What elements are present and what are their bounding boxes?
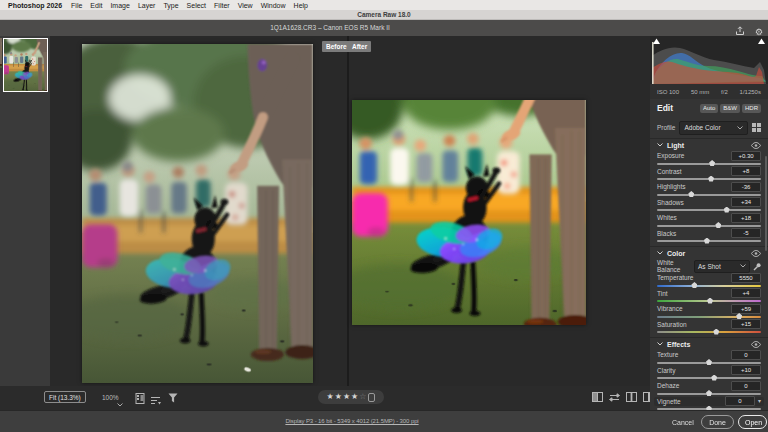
slider-track[interactable] [657,362,761,364]
slider-label: Contrast [657,168,728,175]
filmstrip-prev-thumb[interactable] [0,38,2,68]
slider-thumb[interactable] [706,390,712,396]
slider-thumb[interactable] [715,222,721,228]
before-image[interactable] [82,44,313,383]
menubar: Photoshop 2026 FileEditImageLayerTypeSel… [0,0,768,10]
slider-track[interactable] [657,209,761,211]
split-handle-button[interactable] [626,392,637,402]
slider-value[interactable]: +4 [731,288,761,298]
slider-track[interactable] [657,331,761,333]
menu-select[interactable]: Select [187,2,206,9]
histogram[interactable] [650,36,768,84]
slider-value[interactable]: 0 [731,350,761,360]
menu-edit[interactable]: Edit [90,2,102,9]
zoom-dropdown-button[interactable] [117,395,123,410]
slider-track[interactable] [657,240,761,242]
slider-thumb[interactable] [711,375,717,381]
zoom-fit-button[interactable]: Fit (13.3%) [44,391,86,403]
menu-image[interactable]: Image [110,2,129,9]
slider-track[interactable] [657,285,761,287]
slider-blacks: Blacks -5 [657,229,761,243]
slider-track[interactable] [657,178,761,180]
menu-view[interactable]: View [238,2,253,9]
slider-value[interactable]: 0 [725,396,755,406]
star-5[interactable]: ☆ [359,393,366,401]
slider-track[interactable] [657,300,761,302]
flag-icon[interactable] [368,393,375,402]
slider-thumb[interactable] [691,282,697,288]
swap-before-after-button[interactable] [609,393,620,402]
section-light: Light Exposure +0.30 Contrast +8 Highlig… [650,138,768,246]
section-header[interactable]: Effects [657,338,761,350]
split-view-button[interactable] [592,392,603,402]
profile-select[interactable]: Adobe Color [679,121,748,135]
export-button[interactable] [735,26,745,36]
mode-button-bw[interactable]: B&W [720,104,740,113]
slider-thumb[interactable] [713,329,719,335]
vignette-expand-icon[interactable]: ▾ [758,397,761,405]
menu-type[interactable]: Type [163,2,178,9]
slider-track[interactable] [657,163,761,165]
app-name[interactable]: Photoshop 2026 [8,2,62,9]
eyedropper-icon[interactable] [753,262,761,271]
slider-track[interactable] [657,377,761,379]
slider-value[interactable]: +15 [731,319,761,329]
slider-thumb[interactable] [707,298,713,304]
filename-separator: – [318,24,322,31]
slider-track[interactable] [657,194,761,196]
slider-thumb[interactable] [708,176,714,182]
cancel-button[interactable]: Cancel [666,416,700,429]
slider-thumb[interactable] [736,313,742,319]
slider-value[interactable]: 0 [731,381,761,391]
filmstrip-selected-thumbnail[interactable] [3,38,48,92]
toggle-filmstrip-button[interactable] [135,392,145,407]
slider-value[interactable]: +8 [731,166,761,176]
profile-browser-icon[interactable] [752,123,761,132]
slider-value[interactable]: 5550 [731,273,761,283]
slider-thumb[interactable] [688,191,694,197]
slider-label: Texture [657,351,728,358]
slider-thumb[interactable] [709,160,715,166]
after-view-button[interactable]: After [348,41,371,52]
menu-help[interactable]: Help [294,2,308,9]
slider-value[interactable]: -36 [731,182,761,192]
slider-value[interactable]: +18 [731,213,761,223]
after-image[interactable] [352,100,586,325]
eye-icon[interactable] [751,142,761,149]
sort-button[interactable] [151,393,162,408]
slider-value[interactable]: +34 [731,197,761,207]
eye-icon[interactable] [751,250,761,257]
section-header[interactable]: Light [657,139,761,151]
white-balance-select[interactable]: As Shot [694,260,750,273]
before-view-button[interactable]: Before [322,41,351,52]
slider-track[interactable] [657,225,761,227]
slider-value[interactable]: +59 [731,304,761,314]
menu-filter[interactable]: Filter [214,2,230,9]
slider-thumb[interactable] [706,359,712,365]
menu-layer[interactable]: Layer [138,2,156,9]
done-button[interactable]: Done [701,415,734,429]
section-header[interactable]: Color [657,247,761,259]
star-3[interactable]: ★ [343,393,350,401]
slider-value[interactable]: -5 [731,228,761,238]
slider-value[interactable]: +10 [731,365,761,375]
slider-value[interactable]: +0.30 [731,151,761,161]
output-settings-link[interactable]: Display P3 - 16 bit - 5349 x 4012 (21.5M… [285,418,418,424]
slider-track[interactable] [657,316,761,318]
mode-button-auto[interactable]: Auto [700,104,718,113]
slider-track[interactable] [657,393,761,395]
star-4[interactable]: ★ [351,393,358,401]
star-1[interactable]: ★ [327,393,334,401]
settings-button[interactable]: ⚙ [755,23,763,38]
mode-button-hdr[interactable]: HDR [742,104,761,113]
open-button[interactable]: Open [738,415,767,429]
star-2[interactable]: ★ [335,393,342,401]
slider-thumb[interactable] [724,207,730,213]
menu-window[interactable]: Window [261,2,286,9]
eye-icon[interactable] [751,341,761,348]
menu-file[interactable]: File [71,2,82,9]
filter-button[interactable] [168,392,178,407]
exif-item: 50 mm [691,89,709,95]
slider-thumb[interactable] [704,238,710,244]
panel-scrollbar[interactable] [765,156,767,251]
